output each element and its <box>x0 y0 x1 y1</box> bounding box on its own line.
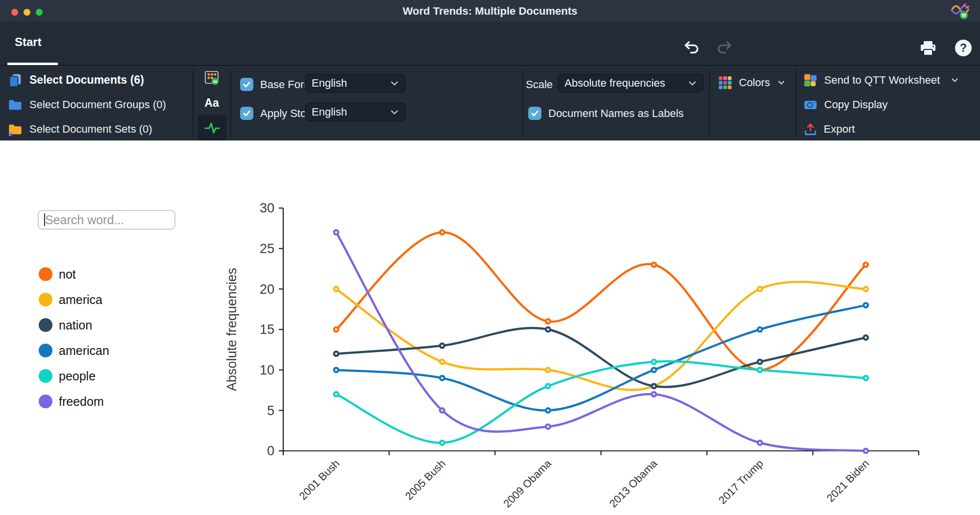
data-point-center <box>547 425 549 428</box>
check-icon <box>242 80 251 89</box>
svg-text:W: W <box>213 79 218 84</box>
data-point-center <box>547 385 549 387</box>
y-tick-label: 10 <box>260 363 274 377</box>
svg-text:W: W <box>961 13 966 18</box>
data-point-center <box>653 361 655 363</box>
data-point-center <box>441 361 443 363</box>
y-tick-label: 25 <box>260 241 274 256</box>
x-tick-label: 2001 Bush <box>297 457 342 502</box>
export-label: Export <box>824 123 855 136</box>
title-bar: Word Trends: Multiple Documents W <box>0 0 980 22</box>
word-trends-view-button-selected[interactable] <box>197 115 227 140</box>
data-point-center <box>335 231 338 234</box>
y-tick-label: 20 <box>260 282 274 297</box>
data-point-center <box>547 328 549 331</box>
window-title: Word Trends: Multiple Documents <box>0 0 980 22</box>
doc-names-row: Document Names as Labels <box>528 104 684 122</box>
folder-blue-icon <box>8 97 23 112</box>
x-tick-label: 2021 Biden <box>824 457 871 504</box>
data-point-center <box>335 328 338 331</box>
divider <box>230 70 231 137</box>
stop-word-language-value: English <box>312 106 347 118</box>
divider <box>522 70 523 137</box>
abacus-word-icon: W <box>204 70 220 87</box>
puzzle-icon <box>804 73 817 87</box>
word-trends-chart: 0510152025302001 Bush2005 Bush2009 Obama… <box>0 140 980 515</box>
word-trends-panel: notamericanationamericanpeoplefreedom 05… <box>0 140 980 515</box>
scale-value: Absolute frequencies <box>564 77 665 90</box>
y-tick-label: 0 <box>267 444 274 458</box>
tab-bar: Start ? <box>0 22 980 66</box>
scale-select[interactable]: Absolute frequencies <box>558 74 704 93</box>
data-point-center <box>759 442 761 444</box>
data-point-center <box>547 369 549 371</box>
check-icon <box>242 109 251 118</box>
data-point-center <box>759 369 761 371</box>
camera-icon <box>804 98 817 112</box>
colors-label: Colors <box>739 76 770 89</box>
copy-display-button[interactable]: Copy Display <box>804 95 888 114</box>
x-tick-label: 2017 Trump <box>716 457 766 507</box>
chevron-down-icon <box>390 107 399 117</box>
select-document-groups-button[interactable]: Select Document Groups (0) <box>8 95 166 114</box>
color-grid-icon <box>718 76 732 90</box>
data-point-center <box>759 288 761 290</box>
select-document-sets-button[interactable]: Select Document Sets (0) <box>8 120 152 138</box>
base-form-checkbox[interactable] <box>240 78 253 91</box>
doc-names-label: Document Names as Labels <box>548 107 684 120</box>
select-document-groups-label: Select Document Groups (0) <box>29 98 166 111</box>
word-frequencies-view-button[interactable]: W <box>204 70 220 89</box>
tab-start-active-underline <box>7 63 58 65</box>
divider <box>709 70 710 137</box>
base-form-language-select[interactable]: English <box>305 74 406 93</box>
data-point-center <box>547 409 549 412</box>
help-button[interactable]: ? <box>955 39 972 57</box>
stop-word-checkbox[interactable] <box>240 107 253 120</box>
y-tick-label: 30 <box>260 201 274 215</box>
data-point-center <box>865 450 867 452</box>
export-button[interactable]: Export <box>804 120 855 138</box>
toolbar: Select Documents (6) Select Document Gro… <box>0 66 980 140</box>
redo-button[interactable] <box>714 38 734 58</box>
doc-names-checkbox[interactable] <box>528 107 541 120</box>
data-point-center <box>865 288 867 290</box>
data-point-center <box>653 393 655 396</box>
pulse-icon <box>204 120 220 135</box>
data-point-center <box>441 442 443 444</box>
select-document-sets-label: Select Document Sets (0) <box>29 123 152 136</box>
copy-display-label: Copy Display <box>824 98 888 111</box>
data-point-center <box>335 393 338 396</box>
divider <box>795 70 796 137</box>
word-trends-app-icon: W <box>949 1 971 22</box>
select-documents-button[interactable]: Select Documents (6) <box>8 71 144 89</box>
chevron-down-icon <box>951 76 959 84</box>
data-point-center <box>865 336 867 339</box>
export-icon <box>804 122 817 136</box>
colors-menu-button[interactable]: Colors <box>718 73 785 92</box>
y-axis-title: Absolute frequencies <box>224 268 239 391</box>
send-to-qtt-button[interactable]: Send to QTT Worksheet <box>804 71 959 89</box>
stop-word-language-select[interactable]: English <box>305 103 406 121</box>
question-mark-icon: ? <box>955 40 972 56</box>
data-point-center <box>441 409 443 412</box>
chevron-down-icon <box>390 78 399 88</box>
series-line-freedom <box>336 233 866 451</box>
send-to-qtt-label: Send to QTT Worksheet <box>824 74 940 87</box>
folder-orange-icon <box>8 122 23 137</box>
x-tick-label: 2005 Bush <box>403 457 448 502</box>
undo-button[interactable] <box>682 38 702 58</box>
data-point-center <box>759 328 761 331</box>
data-point-center <box>759 361 761 363</box>
data-point-center <box>865 377 867 379</box>
text-view-button[interactable]: Aa <box>201 96 222 110</box>
data-point-center <box>335 352 338 355</box>
divider <box>193 70 194 137</box>
base-form-language-value: English <box>312 77 347 90</box>
x-tick-label: 2009 Obama <box>501 457 554 510</box>
data-point-center <box>335 288 338 290</box>
tab-start[interactable]: Start <box>15 35 42 49</box>
documents-icon <box>8 73 23 88</box>
print-button[interactable] <box>918 39 938 58</box>
data-point-center <box>653 369 655 371</box>
data-point-center <box>653 263 655 266</box>
